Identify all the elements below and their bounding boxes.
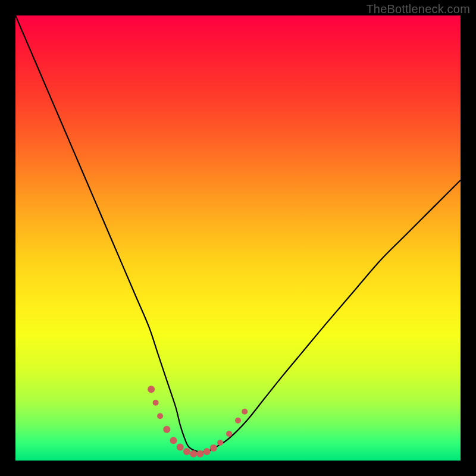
curve-marker bbox=[157, 413, 163, 419]
curve-marker bbox=[148, 386, 155, 393]
curve-marker bbox=[235, 418, 241, 424]
curve-marker bbox=[226, 431, 232, 437]
curve-marker bbox=[196, 450, 203, 458]
watermark-text: TheBottleneck.com bbox=[366, 2, 470, 16]
curve-marker bbox=[242, 409, 248, 415]
curve-markers bbox=[148, 386, 248, 457]
bottleneck-curve bbox=[15, 15, 461, 452]
chart-frame: TheBottleneck.com bbox=[0, 0, 476, 476]
curve-layer bbox=[15, 15, 461, 461]
curve-marker bbox=[190, 450, 197, 458]
curve-marker bbox=[183, 448, 190, 455]
curve-marker bbox=[170, 437, 177, 444]
curve-marker bbox=[203, 448, 211, 455]
curve-marker bbox=[153, 400, 159, 406]
curve-marker bbox=[217, 440, 223, 446]
curve-marker bbox=[210, 444, 217, 452]
curve-marker bbox=[163, 426, 170, 433]
curve-marker bbox=[177, 444, 184, 451]
